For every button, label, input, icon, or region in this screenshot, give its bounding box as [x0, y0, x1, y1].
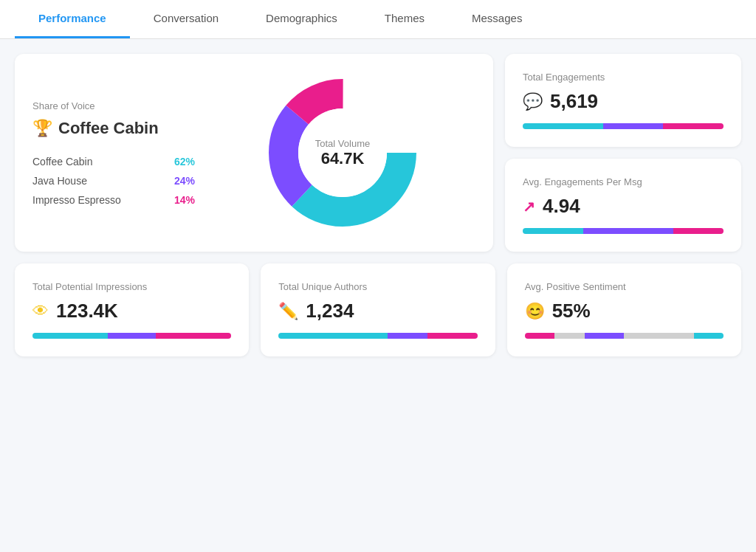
- sov-legend: Coffee Cabin 62% Java House 24% Impresso…: [32, 156, 195, 206]
- bottom-cards: Total Potential Impressions 👁 123.4K Tot…: [15, 263, 741, 356]
- chat-icon: 💬: [523, 92, 543, 111]
- legend-name-java: Java House: [32, 175, 87, 187]
- smiley-icon: 😊: [525, 302, 545, 321]
- tab-conversation[interactable]: Conversation: [130, 0, 242, 38]
- legend-item-java: Java House 24%: [32, 175, 195, 187]
- legend-item-coffee: Coffee Cabin 62%: [32, 156, 195, 168]
- engagements-value-row: 💬 5,619: [523, 90, 724, 113]
- eye-icon: 👁: [32, 302, 49, 321]
- legend-name-coffee: Coffee Cabin: [32, 156, 92, 168]
- avg-engagements-progress-bar: [523, 228, 724, 234]
- authors-label: Total Unique Authors: [278, 281, 477, 292]
- tab-themes[interactable]: Themes: [361, 0, 448, 38]
- donut-label: Total Volume 64.7K: [315, 138, 370, 168]
- sentiment-card: Avg. Positive Sentiment 😊 55%: [507, 263, 741, 356]
- impressions-label: Total Potential Impressions: [32, 281, 231, 292]
- engagements-label: Total Engagements: [523, 72, 724, 83]
- legend-pct-java: 24%: [174, 175, 195, 187]
- engagements-progress-bar: [523, 123, 724, 129]
- avg-engagements-value: 4.94: [543, 195, 580, 218]
- sentiment-label: Avg. Positive Sentiment: [525, 281, 724, 292]
- donut-center-value: 64.7K: [315, 149, 370, 168]
- sov-left: Share of Voice 🏆 Coffee Cabin Coffee Cab…: [32, 100, 195, 206]
- impressions-progress-bar: [32, 333, 231, 339]
- tab-messages[interactable]: Messages: [448, 0, 546, 38]
- impressions-value-row: 👁 123.4K: [32, 300, 231, 322]
- legend-pct-coffee: 62%: [174, 156, 195, 168]
- sentiment-value: 55%: [552, 300, 591, 322]
- avg-engagements-card: Avg. Engagements Per Msg ↗ 4.94: [505, 159, 741, 252]
- sov-donut-chart: Total Volume 64.7K: [210, 72, 475, 234]
- donut-container: Total Volume 64.7K: [261, 72, 424, 234]
- sentiment-value-row: 😊 55%: [525, 300, 724, 322]
- avg-engagements-value-row: ↗ 4.94: [523, 195, 724, 218]
- share-of-voice-card: Share of Voice 🏆 Coffee Cabin Coffee Cab…: [15, 54, 493, 252]
- pencil-icon: ✏️: [278, 302, 298, 321]
- sov-label: Share of Voice: [32, 100, 195, 111]
- authors-card: Total Unique Authors ✏️ 1,234: [261, 263, 495, 356]
- tab-performance[interactable]: Performance: [15, 0, 130, 38]
- engagements-value: 5,619: [550, 90, 598, 113]
- arrow-up-icon: ↗: [523, 198, 535, 215]
- authors-progress-bar: [278, 333, 477, 339]
- tab-demographics[interactable]: Demographics: [242, 0, 361, 38]
- sov-brand: 🏆 Coffee Cabin: [32, 119, 195, 138]
- authors-value: 1,234: [306, 300, 354, 322]
- sentiment-progress-bar: [525, 333, 724, 339]
- legend-item-impresso: Impresso Espresso 14%: [32, 194, 195, 206]
- tab-nav: Performance Conversation Demographics Th…: [0, 0, 756, 39]
- right-cards: Total Engagements 💬 5,619 Avg. Engagemen…: [505, 54, 741, 252]
- avg-engagements-label: Avg. Engagements Per Msg: [523, 176, 724, 187]
- trophy-icon: 🏆: [32, 119, 52, 138]
- impressions-value: 123.4K: [56, 300, 118, 322]
- donut-center-label: Total Volume: [315, 138, 370, 149]
- total-engagements-card: Total Engagements 💬 5,619: [505, 54, 741, 147]
- main-content: Share of Voice 🏆 Coffee Cabin Coffee Cab…: [0, 39, 756, 371]
- legend-pct-impresso: 14%: [174, 194, 195, 206]
- impressions-card: Total Potential Impressions 👁 123.4K: [15, 263, 249, 356]
- authors-value-row: ✏️ 1,234: [278, 300, 477, 322]
- legend-name-impresso: Impresso Espresso: [32, 194, 121, 206]
- sov-brand-name: Coffee Cabin: [58, 119, 159, 138]
